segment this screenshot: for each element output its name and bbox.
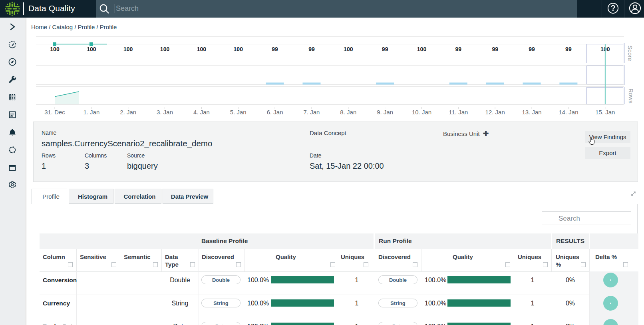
svg-text:99: 99 [565,46,572,52]
svg-text:6. Jan: 6. Jan [267,109,283,116]
svg-text:99: 99 [455,46,462,52]
svg-text:Rows: Rows [628,88,634,104]
svg-text:31. Dec: 31. Dec [44,109,65,116]
svg-text:100: 100 [417,46,427,52]
svg-text:10. Jan: 10. Jan [412,109,431,116]
svg-text:100: 100 [234,46,243,52]
svg-text:99: 99 [272,46,278,52]
svg-text:3. Jan: 3. Jan [157,109,173,116]
svg-text:99: 99 [492,46,498,52]
svg-text:99: 99 [308,46,315,52]
svg-text:99: 99 [382,46,388,52]
svg-text:100: 100 [50,46,60,52]
svg-text:100: 100 [87,46,96,52]
svg-text:100: 100 [123,46,133,52]
svg-text:100: 100 [160,46,170,52]
svg-text:8. Jan: 8. Jan [340,109,356,116]
svg-text:2. Jan: 2. Jan [120,109,136,116]
svg-text:1. Jan: 1. Jan [83,109,99,116]
svg-text:4. Jan: 4. Jan [193,109,210,116]
svg-text:Score: Score [627,45,634,61]
svg-text:7. Jan: 7. Jan [304,109,320,116]
svg-text:100: 100 [344,46,353,52]
svg-text:12. Jan: 12. Jan [485,109,505,116]
svg-text:15. Jan: 15. Jan [595,109,615,116]
svg-text:13. Jan: 13. Jan [522,109,541,116]
svg-text:14. Jan: 14. Jan [559,109,578,116]
svg-text:99: 99 [529,46,535,52]
svg-text:9. Jan: 9. Jan [377,109,393,116]
svg-text:100: 100 [197,46,207,52]
svg-text:11. Jan: 11. Jan [449,109,468,116]
svg-text:5. Jan: 5. Jan [230,109,246,116]
